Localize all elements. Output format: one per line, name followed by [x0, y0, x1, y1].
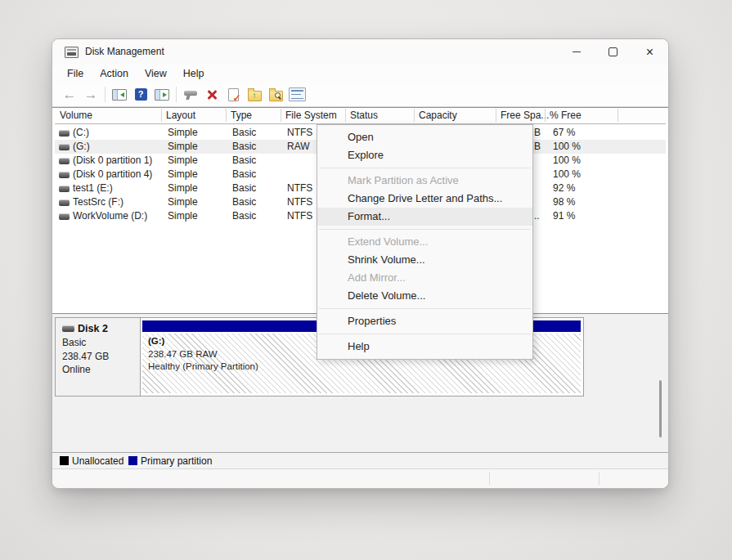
column-divider[interactable]: [161, 109, 162, 122]
column-divider[interactable]: [545, 109, 546, 122]
menu-item-add-mirror: Add Mirror...: [317, 269, 532, 287]
toolbar-separator: [105, 87, 106, 102]
column-divider[interactable]: [281, 109, 281, 122]
volume-percent-free: 100 %: [553, 141, 581, 152]
menu-file[interactable]: File: [59, 66, 92, 81]
column-header-status[interactable]: Status: [350, 110, 378, 121]
volume-file-system: NTFS: [287, 182, 312, 194]
menu-item-properties[interactable]: Properties: [317, 312, 532, 330]
disk-icon: [62, 325, 74, 332]
volume-name: (Disk 0 partition 1): [73, 155, 152, 166]
context-menu: Open Explore Mark Partition as Active Ch…: [317, 124, 533, 360]
volume-type: Basic: [232, 141, 256, 152]
volume-name: test1 (E:): [73, 182, 113, 194]
menu-view[interactable]: View: [137, 66, 175, 81]
volume-icon: [59, 172, 70, 178]
disk-size: 238.47 GB: [62, 350, 140, 364]
minimize-button[interactable]: [558, 39, 595, 65]
volume-icon: [59, 199, 70, 206]
volume-name: (C:): [73, 127, 89, 138]
column-header-volume[interactable]: Volume: [60, 110, 92, 121]
menu-action[interactable]: Action: [92, 66, 137, 81]
rescan-icon: [184, 91, 197, 96]
volume-free-space: ..: [534, 210, 540, 222]
volume-layout: Simple: [168, 210, 198, 222]
folder-search-icon: [269, 91, 283, 101]
back-button[interactable]: ←: [60, 85, 79, 105]
volume-type: Basic: [232, 155, 256, 166]
close-icon: ×: [646, 46, 653, 59]
volume-percent-free: 100 %: [553, 168, 581, 180]
volume-name: WorkVolume (D:): [73, 210, 147, 222]
menu-item-delete-volume[interactable]: Delete Volume...: [317, 287, 532, 305]
column-divider[interactable]: [345, 109, 346, 122]
column-header-free-space[interactable]: Free Spa...: [501, 110, 549, 121]
menu-item-open[interactable]: Open: [317, 128, 532, 146]
volume-layout: Simple: [168, 168, 198, 180]
help-icon: ?: [135, 88, 147, 101]
volume-percent-free: 91 %: [553, 210, 575, 222]
minimize-icon: [573, 52, 581, 52]
task-check-button[interactable]: ✓: [223, 85, 243, 105]
volume-icon: [59, 158, 70, 164]
column-divider[interactable]: [617, 109, 618, 122]
volume-type: Basic: [232, 182, 256, 194]
menu-item-help[interactable]: Help: [317, 338, 532, 356]
menu-item-change-drive-letter[interactable]: Change Drive Letter and Paths...: [317, 190, 532, 208]
folder-up-button[interactable]: ↑: [245, 85, 264, 105]
menu-bar: File Action View Help: [52, 65, 668, 83]
action-pane-button[interactable]: [152, 85, 172, 105]
forward-icon: →: [84, 87, 98, 101]
close-button[interactable]: ×: [631, 39, 668, 65]
volume-layout: Simple: [168, 127, 198, 138]
status-bar: [52, 468, 668, 488]
folder-search-button[interactable]: [266, 85, 285, 105]
column-header-layout[interactable]: Layout: [166, 110, 195, 121]
console-tree-icon: [112, 89, 127, 101]
maximize-button[interactable]: [595, 39, 631, 65]
volume-free-space: B: [534, 141, 541, 152]
vertical-scrollbar-thumb[interactable]: [659, 380, 662, 437]
volume-layout: Simple: [168, 182, 198, 194]
help-button[interactable]: ?: [131, 85, 150, 105]
menu-item-format[interactable]: Format...: [317, 208, 532, 226]
column-divider[interactable]: [414, 109, 415, 122]
volume-layout: Simple: [168, 141, 198, 152]
volume-icon: [59, 186, 70, 192]
menu-item-explore[interactable]: Explore: [317, 146, 532, 164]
folder-up-icon: ↑: [248, 91, 262, 101]
volume-name: TestSrc (F:): [73, 196, 123, 208]
rescan-button[interactable]: [181, 85, 200, 105]
menu-separator: [319, 168, 531, 168]
volume-file-system: NTFS: [287, 210, 312, 222]
column-header-percent-free[interactable]: % Free: [550, 110, 582, 121]
volume-percent-free: 98 %: [553, 196, 575, 208]
volume-file-system: NTFS: [287, 127, 312, 138]
column-header-file-system[interactable]: File System: [285, 110, 337, 121]
column-divider[interactable]: [226, 109, 227, 122]
delete-button[interactable]: [202, 85, 222, 105]
status-bar-divider: [489, 473, 490, 485]
disk-info-box[interactable]: Disk 2 Basic 238.47 GB Online: [56, 318, 141, 396]
volume-icon: [59, 213, 70, 220]
toolbar: ← → ? ✓ ↑: [52, 83, 668, 107]
forward-button[interactable]: →: [81, 85, 101, 105]
properties-toolbar-button[interactable]: [287, 85, 307, 105]
volume-layout: Simple: [168, 196, 198, 208]
titlebar[interactable]: Disk Management ×: [52, 39, 668, 65]
window-controls: ×: [558, 39, 668, 65]
status-bar-divider: [599, 473, 600, 485]
legend-label-primary-partition: Primary partition: [141, 455, 212, 467]
column-divider[interactable]: [496, 109, 496, 122]
console-tree-button[interactable]: [110, 85, 129, 105]
disk-management-app-icon: [65, 47, 79, 58]
volume-type: Basic: [232, 168, 256, 180]
menu-separator: [319, 229, 531, 230]
column-header-type[interactable]: Type: [231, 110, 252, 121]
volume-file-system: NTFS: [287, 196, 312, 208]
back-icon: ←: [63, 87, 77, 101]
menu-help[interactable]: Help: [175, 66, 213, 81]
menu-item-extend-volume: Extend Volume...: [317, 233, 532, 251]
menu-item-shrink-volume[interactable]: Shrink Volume...: [317, 251, 532, 269]
column-header-capacity[interactable]: Capacity: [419, 110, 457, 121]
